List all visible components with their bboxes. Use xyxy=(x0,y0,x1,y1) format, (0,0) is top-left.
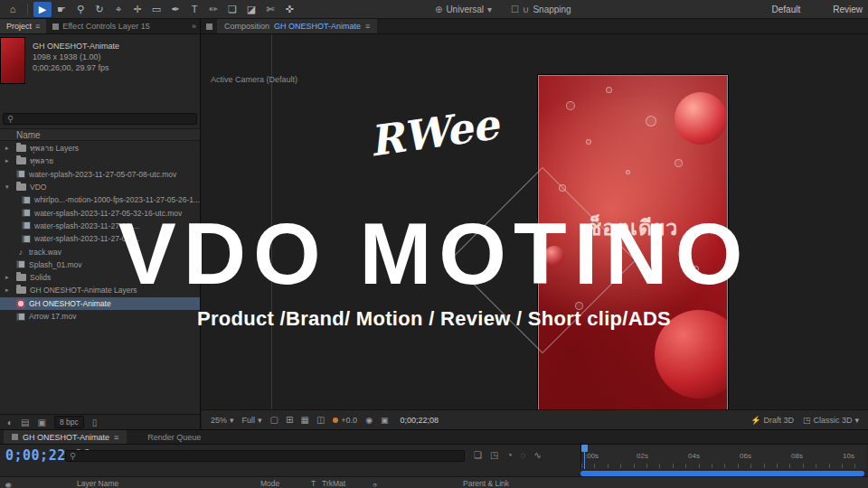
tab-render-queue[interactable]: Render Queue xyxy=(139,430,209,444)
bubble xyxy=(675,159,683,167)
bubble xyxy=(606,87,612,93)
preview-timecode[interactable]: 0;00;22;08 xyxy=(401,416,439,425)
project-row-footage[interactable]: water-splash-2023-11-27-05-07-08-utc.mov xyxy=(0,168,200,181)
lock-column-icon[interactable]: ▪ xyxy=(5,481,8,488)
tab-project-label: Project xyxy=(6,22,32,31)
universal-dropdown[interactable]: ⊕ Universal ▾ xyxy=(435,5,492,14)
project-item-label: ทุพลาย Layers xyxy=(30,142,79,155)
snapping-toggle[interactable]: ☐ ∪ Snapping xyxy=(511,5,571,14)
delete-icon[interactable]: ▯ xyxy=(92,418,98,427)
mini-flowchart-icon[interactable]: ❏ xyxy=(474,450,482,460)
column-t[interactable]: T xyxy=(311,479,316,488)
column-mode[interactable]: Mode xyxy=(260,479,279,488)
mask-visibility-icon[interactable]: ◫ xyxy=(316,415,325,425)
project-item-label: whirlpo...-motion-1000-fps-2023-11-27-05… xyxy=(34,195,200,204)
project-search-input[interactable]: ⚲ xyxy=(3,113,197,125)
active-camera-label[interactable]: Active Camera (Default) xyxy=(211,75,297,84)
resolution-value: Full xyxy=(242,416,256,425)
zoom-tool-icon[interactable]: ⚲ xyxy=(71,2,90,17)
more-panels-icon[interactable]: » xyxy=(192,22,200,31)
tab-timeline-comp[interactable]: GH ONESHOT-Animate ≡ xyxy=(4,430,127,444)
render-queue-tab-label: Render Queue xyxy=(147,433,201,442)
type-tool-icon[interactable]: T xyxy=(185,2,203,17)
workspace-review-tab[interactable]: Review xyxy=(833,5,863,14)
workspace-default-tab[interactable]: Default xyxy=(772,5,801,14)
magnification-dropdown[interactable]: 25% ▾ xyxy=(211,416,234,425)
project-bit-depth[interactable]: 8 bpc xyxy=(54,416,84,428)
project-name-column-header[interactable]: Name xyxy=(0,128,200,141)
playhead-handle[interactable] xyxy=(581,445,588,452)
bubble xyxy=(566,101,575,110)
puppet-tool-icon[interactable]: ✜ xyxy=(280,2,298,17)
snapping-checkbox[interactable]: ☐ xyxy=(511,5,519,14)
hand-tool-icon[interactable]: ☛ xyxy=(52,2,71,17)
after-effects-window: ⌂ ▶ ☛ ⚲ ↻ ⌖ ✛ ▭ ✒ T ✏ ❏ ◪ ✄ ✜ ⊕ Universa… xyxy=(0,0,868,488)
column-trkmat[interactable]: TrkMat xyxy=(322,479,345,488)
overlay-title: VDO MOTINO xyxy=(0,211,868,297)
preview-item-title[interactable]: GH ONESHOT-Animate xyxy=(33,41,119,52)
resolution-dropdown[interactable]: Full ▾ xyxy=(242,416,262,425)
chevron-down-icon: ▾ xyxy=(487,5,492,14)
show-snapshot-icon[interactable]: ▣ xyxy=(381,416,389,425)
ruler-label: 06s xyxy=(740,452,751,460)
transparency-grid-icon[interactable]: ▦ xyxy=(300,415,308,425)
roto-brush-tool-icon[interactable]: ✄ xyxy=(261,2,279,17)
twirl-icon[interactable]: ▾ xyxy=(5,183,13,191)
tab-project[interactable]: Project ≡ xyxy=(0,19,46,33)
panel-menu-icon[interactable]: ≡ xyxy=(35,22,40,31)
new-composition-icon[interactable]: ▣ xyxy=(38,418,46,427)
graph-editor-icon[interactable]: ∿ xyxy=(533,450,541,460)
project-panel-tabs: Project ≡ Effect Controls Layer 15 » xyxy=(0,19,200,34)
timeline-search-input[interactable]: ⚲ xyxy=(65,450,465,462)
region-of-interest-icon[interactable]: ▢ xyxy=(270,415,278,425)
panel-icon xyxy=(52,23,59,30)
panel-icon xyxy=(12,434,18,440)
tools-toolbar: ⌂ ▶ ☛ ⚲ ↻ ⌖ ✛ ▭ ✒ T ✏ ❏ ◪ ✄ ✜ ⊕ Universa… xyxy=(0,0,868,19)
overlay-subtitle: Product /Brand/ Motion / Review / Short … xyxy=(0,307,868,331)
project-row-folder[interactable]: ▾ VDO xyxy=(0,181,200,193)
selection-tool-icon[interactable]: ▶ xyxy=(33,2,52,17)
exposure-control[interactable]: +0.0 xyxy=(333,416,357,425)
renderer-dropdown[interactable]: ◳ Classic 3D ▾ xyxy=(803,416,859,425)
snapping-label: Snapping xyxy=(533,5,571,14)
ruler-label: :00s xyxy=(585,452,599,460)
twirl-icon[interactable]: ▸ xyxy=(5,157,13,164)
column-layer-name[interactable]: Layer Name xyxy=(77,479,118,488)
exposure-icon xyxy=(333,418,338,423)
bubble xyxy=(586,139,591,145)
shape-tool-icon[interactable]: ▭ xyxy=(147,2,165,17)
eraser-tool-icon[interactable]: ◪ xyxy=(242,2,260,17)
layer-switch-icon: ○ xyxy=(373,481,377,488)
fast-previews-dropdown[interactable]: ⚡ Draft 3D xyxy=(750,416,794,425)
interpret-footage-icon[interactable]: ◐ xyxy=(7,418,13,427)
bubble xyxy=(646,116,656,127)
project-row-folder[interactable]: ▸ ทุพลาย Layers xyxy=(0,142,200,155)
motion-blur-icon[interactable]: ◌ xyxy=(520,450,525,460)
shy-layers-icon[interactable]: ◔ xyxy=(506,450,512,460)
new-folder-icon[interactable]: ▤ xyxy=(21,418,29,427)
magnification-value: 25% xyxy=(211,416,227,425)
pan-behind-tool-icon[interactable]: ✛ xyxy=(128,2,146,17)
draft-3d-icon[interactable]: ◳ xyxy=(490,450,498,460)
clone-stamp-tool-icon[interactable]: ❏ xyxy=(223,2,241,17)
panel-menu-icon[interactable]: ≡ xyxy=(365,22,370,31)
footage-icon xyxy=(22,196,31,204)
grid-guides-icon[interactable]: ⊞ xyxy=(286,415,293,425)
time-ruler[interactable]: :00s 02s 04s 06s 08s 10s xyxy=(580,445,866,469)
pen-tool-icon[interactable]: ✒ xyxy=(166,2,184,17)
project-row-folder[interactable]: ▸ ทุพลาย xyxy=(0,155,200,167)
snapshot-icon[interactable]: ◉ xyxy=(365,416,373,425)
chevron-down-icon: ▾ xyxy=(230,416,234,425)
camera-tool-icon[interactable]: ⌖ xyxy=(109,2,127,17)
brush-tool-icon[interactable]: ✏ xyxy=(204,2,222,17)
column-parent-link[interactable]: Parent & Link xyxy=(463,479,509,488)
project-item-preview: GH ONESHOT-Animate 1098 x 1938 (1.00) 0;… xyxy=(0,34,200,90)
panel-menu-icon[interactable]: ≡ xyxy=(114,433,118,442)
playhead[interactable] xyxy=(584,445,585,469)
twirl-icon[interactable]: ▸ xyxy=(5,145,13,152)
chevron-down-icon: ▾ xyxy=(854,416,859,425)
tab-composition[interactable]: Composition GH ONESHOT-Animate ≡ xyxy=(217,19,377,33)
home-icon[interactable]: ⌂ xyxy=(4,2,22,17)
tab-effect-controls[interactable]: Effect Controls Layer 15 xyxy=(46,19,156,33)
orbit-camera-tool-icon[interactable]: ↻ xyxy=(90,2,108,17)
